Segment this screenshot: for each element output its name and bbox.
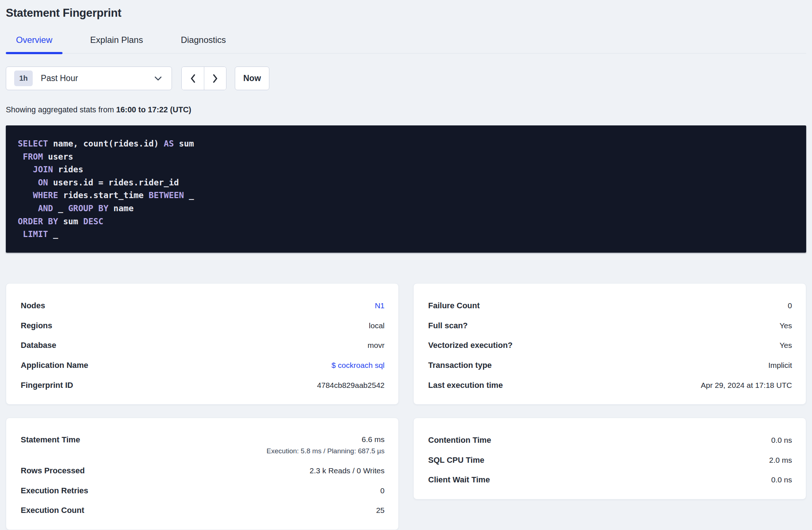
stat-row-contention-time: Contention Time0.0 ns (428, 430, 792, 450)
stats-line-prefix: Showing aggregated stats from (6, 105, 116, 114)
stat-row-fingerprint-id: Fingerprint ID4784cb829aab2542 (21, 375, 385, 395)
stat-label: SQL CPU Time (428, 455, 484, 465)
stat-value: 6.6 ms (362, 435, 385, 443)
stat-label: Full scan? (428, 321, 468, 330)
stat-label: Database (21, 341, 56, 350)
stat-label: Application Name (21, 361, 88, 370)
stat-value-column: 0 (380, 486, 385, 495)
sql-line: SELECT name, count(rides.id) AS sum (18, 137, 794, 150)
sql-line: JOIN rides (18, 163, 794, 176)
tab-bar: OverviewExplain PlansDiagnostics (6, 35, 806, 53)
stat-label: Contention Time (428, 435, 491, 445)
sql-text: rides (53, 165, 83, 174)
stat-value: Yes (780, 341, 792, 349)
stat-row-client-wait-time: Client Wait Time0.0 ns (428, 470, 792, 490)
chevron-down-icon (154, 76, 162, 81)
stat-row-application-name: Application Name$ cockroach sql (21, 356, 385, 376)
sql-keyword: FROM (23, 152, 43, 161)
sql-text: sum (58, 217, 83, 226)
stat-value-column: 6.6 msExecution: 5.8 ms / Planning: 687.… (266, 435, 385, 455)
stat-value: 25 (376, 506, 385, 514)
time-range-label: Past Hour (41, 73, 154, 83)
stat-value: local (369, 321, 385, 330)
tab-overview[interactable]: Overview (6, 35, 63, 53)
sql-keyword: DESC (83, 217, 103, 226)
stat-value: Apr 29, 2024 at 17:18 UTC (701, 381, 792, 389)
chevron-right-icon (212, 73, 219, 84)
stat-row-sql-cpu-time: SQL CPU Time2.0 ms (428, 450, 792, 470)
sql-line: WHERE rides.start_time BETWEEN _ (18, 189, 794, 202)
stat-value-column: Apr 29, 2024 at 17:18 UTC (701, 381, 792, 390)
next-time-button[interactable] (204, 67, 226, 90)
stat-row-rows-processed: Rows Processed2.3 k Reads / 0 Writes (21, 461, 385, 481)
sql-keyword: JOIN (33, 165, 53, 174)
stat-value-column: 2.3 k Reads / 0 Writes (310, 466, 385, 475)
sql-text (18, 204, 38, 213)
stat-row-statement-time: Statement Time6.6 msExecution: 5.8 ms / … (21, 430, 385, 461)
tab-explain-plans[interactable]: Explain Plans (80, 35, 153, 53)
sql-keyword: ON (38, 178, 48, 187)
time-nav-group (181, 67, 226, 90)
stat-row-execution-retries: Execution Retries0 (21, 481, 385, 501)
time-breakdown-card: Contention Time0.0 nsSQL CPU Time2.0 msC… (413, 418, 806, 499)
time-preset-badge: 1h (14, 71, 33, 86)
previous-time-button[interactable] (182, 67, 204, 90)
stat-value-column: N1 (375, 301, 385, 310)
sql-text: users (43, 152, 73, 161)
stat-value-column: Yes (780, 321, 792, 330)
sql-line: FROM users (18, 150, 794, 164)
stat-label: Execution Count (21, 506, 84, 515)
sql-text (18, 229, 23, 239)
tab-diagnostics[interactable]: Diagnostics (170, 35, 236, 53)
stat-value-column: movr (367, 341, 385, 350)
statement-fingerprint-page: Statement Fingerprint OverviewExplain Pl… (0, 7, 812, 530)
sql-text (18, 178, 38, 187)
stat-subvalue: Execution: 5.8 ms / Planning: 687.5 µs (266, 447, 385, 455)
statement-details-card: NodesN1RegionslocalDatabasemovrApplicati… (6, 283, 399, 405)
stat-value-link[interactable]: N1 (375, 301, 385, 310)
stat-value: 0 (788, 301, 792, 310)
stat-value: Implicit (768, 361, 792, 369)
stat-value: Yes (780, 321, 792, 330)
aggregated-stats-line: Showing aggregated stats from 16:00 to 1… (6, 105, 806, 115)
sql-text (18, 165, 33, 174)
stat-value-column: local (369, 321, 385, 330)
stat-label: Rows Processed (21, 466, 85, 475)
stat-value: 0 (380, 486, 385, 495)
sql-line: LIMIT _ (18, 228, 794, 241)
sql-text (18, 190, 33, 200)
page-title: Statement Fingerprint (6, 7, 806, 20)
stat-row-nodes: NodesN1 (21, 296, 385, 316)
sql-text: rides.start_time (58, 190, 149, 200)
sql-text: _ (184, 190, 194, 200)
sql-text: _ (53, 204, 68, 213)
sql-line: AND _ GROUP BY name (18, 202, 794, 215)
stat-label: Client Wait Time (428, 475, 490, 485)
stat-row-transaction-type: Transaction typeImplicit (428, 356, 792, 376)
stats-line-range: 16:00 to 17:22 (UTC) (116, 105, 192, 114)
stat-value: 2.3 k Reads / 0 Writes (310, 466, 385, 475)
now-button[interactable]: Now (235, 67, 269, 90)
sql-line: ORDER BY sum DESC (18, 215, 794, 228)
sql-text: users.id = rides.rider_id (48, 178, 179, 187)
stat-value-column: 25 (376, 506, 385, 515)
stat-value-column: 0 (788, 301, 792, 310)
stat-row-last-execution-time: Last execution timeApr 29, 2024 at 17:18… (428, 375, 792, 395)
chevron-left-icon (189, 73, 197, 84)
stat-label: Execution Retries (21, 486, 88, 495)
time-controls: 1h Past Hour (6, 67, 806, 90)
statement-performance-card: Statement Time6.6 msExecution: 5.8 ms / … (6, 418, 399, 530)
stat-value: 4784cb829aab2542 (317, 381, 385, 389)
stat-value-column: 0.0 ns (771, 475, 792, 484)
stat-label: Transaction type (428, 361, 492, 370)
stat-row-failure-count: Failure Count0 (428, 296, 792, 316)
stat-label: Statement Time (21, 435, 80, 445)
stat-label: Failure Count (428, 301, 480, 310)
sql-keyword: GROUP BY (68, 204, 108, 213)
sql-text: sum (174, 139, 194, 148)
stat-value-column: Yes (780, 341, 792, 350)
stat-value-link[interactable]: $ cockroach sql (331, 361, 385, 369)
time-range-dropdown[interactable]: 1h Past Hour (6, 67, 172, 90)
sql-keyword: ORDER BY (18, 217, 58, 226)
stat-value: 2.0 ms (769, 456, 792, 464)
